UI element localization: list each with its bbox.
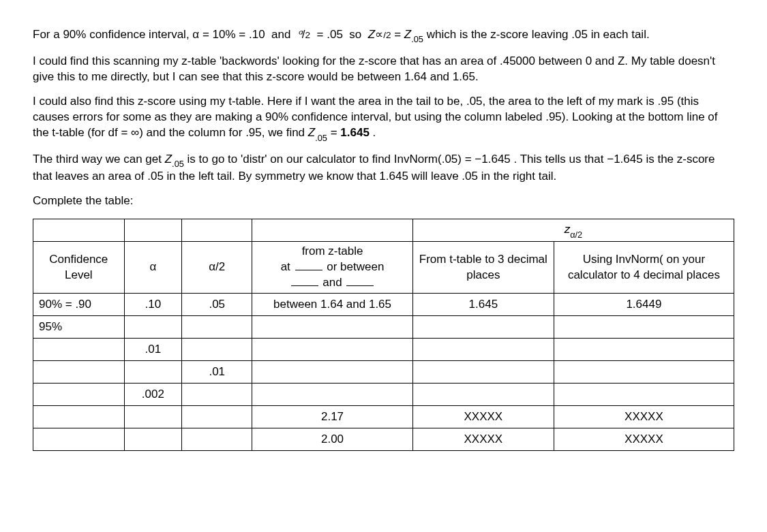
cell: 1.645	[412, 294, 554, 316]
z-header: zα/2	[412, 219, 734, 242]
confidence-table: zα/2 ConfidenceLevel α α/2 from z-table …	[33, 219, 734, 451]
table-row: 2.17 XXXXX XXXXX	[33, 406, 734, 428]
cell: 2.17	[252, 406, 413, 428]
paragraph-1: For a 90% confidence interval, α = 10% =…	[33, 27, 734, 44]
math: Z.05	[165, 153, 184, 166]
cell	[554, 384, 734, 406]
cell	[252, 361, 413, 384]
th-alpha2: α/2	[182, 242, 252, 294]
cell: 1.6449	[554, 294, 734, 316]
cell: XXXXX	[412, 406, 554, 428]
cell	[252, 339, 413, 361]
cell-conf	[33, 406, 125, 428]
cell: .01	[182, 361, 252, 384]
paragraph-2: I could find this scanning my z-table 'b…	[33, 54, 734, 85]
table-row: .01	[33, 339, 734, 361]
th-alpha: α	[124, 242, 182, 294]
cell	[412, 384, 554, 406]
text: The third way we can get	[33, 153, 165, 166]
cell	[182, 316, 252, 339]
text: .	[370, 126, 376, 139]
cell	[182, 428, 252, 451]
cell	[412, 339, 554, 361]
cell: XXXXX	[412, 428, 554, 451]
math: Z.05	[308, 126, 327, 139]
cell	[124, 406, 182, 428]
cell: XXXXX	[554, 428, 734, 451]
cell	[252, 384, 413, 406]
cell: between 1.64 and 1.65	[252, 294, 413, 316]
cell: 2.00	[252, 428, 413, 451]
cell: .01	[124, 339, 182, 361]
cell	[412, 316, 554, 339]
cell: .05	[182, 294, 252, 316]
cell	[554, 361, 734, 384]
cell-conf	[33, 384, 125, 406]
table-row: .01	[33, 361, 734, 384]
cell	[182, 406, 252, 428]
cell	[412, 361, 554, 384]
text: which is the z-score leaving .05 in each…	[423, 28, 650, 41]
paragraph-3: I could also find this z-score using my …	[33, 94, 734, 142]
cell	[182, 384, 252, 406]
value: 1.645	[340, 126, 370, 139]
table-row-top: zα/2	[33, 219, 734, 242]
table-row: 95%	[33, 316, 734, 339]
cell	[252, 316, 413, 339]
th-conf: ConfidenceLevel	[33, 242, 125, 294]
table-row-headers: ConfidenceLevel α α/2 from z-table at or…	[33, 242, 734, 294]
cell-conf: 95%	[33, 316, 125, 339]
math-expr: α = 10% = .10 and ᵅ/2 = .05 so Z∝/2 = Z.…	[192, 28, 423, 41]
cell: .10	[124, 294, 182, 316]
cell: XXXXX	[554, 406, 734, 428]
table-row: .002	[33, 384, 734, 406]
cell-conf	[33, 339, 125, 361]
cell	[182, 339, 252, 361]
cell	[554, 339, 734, 361]
cell-conf	[33, 361, 125, 384]
th-ztable: from z-table at or between and	[252, 242, 413, 294]
cell-conf	[33, 428, 125, 451]
cell	[124, 428, 182, 451]
paragraph-4: The third way we can get Z.05 is to go t…	[33, 152, 734, 185]
th-invnorm: Using InvNorm( on your calculator to 4 d…	[554, 242, 734, 294]
cell	[124, 316, 182, 339]
text: =	[327, 126, 340, 139]
paragraph-5: Complete the table:	[33, 193, 734, 209]
cell	[124, 361, 182, 384]
cell-conf: 90% = .90	[33, 294, 125, 316]
table-row: 90% = .90 .10 .05 between 1.64 and 1.65 …	[33, 294, 734, 316]
text: For a 90% confidence interval,	[33, 28, 192, 41]
cell	[554, 316, 734, 339]
table-row: 2.00 XXXXX XXXXX	[33, 428, 734, 451]
cell: .002	[124, 384, 182, 406]
th-ttable: From t-table to 3 decimal places	[412, 242, 554, 294]
